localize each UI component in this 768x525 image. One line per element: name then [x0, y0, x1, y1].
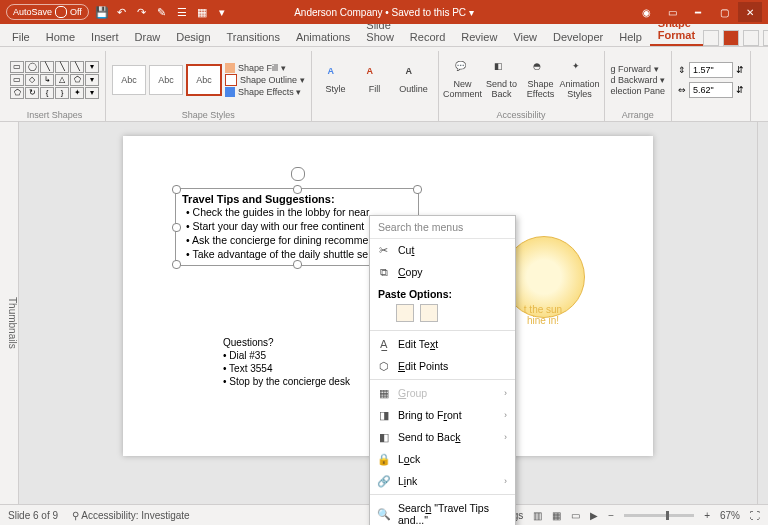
maximize-button[interactable]: ▢: [712, 2, 736, 22]
ctx-link[interactable]: 🔗Link›: [370, 470, 515, 492]
brush-icon[interactable]: ✎: [155, 5, 169, 19]
ctx-search-travel[interactable]: 🔍Search "Travel Tips and...": [370, 497, 515, 525]
tab-review[interactable]: Review: [453, 28, 505, 46]
send-back-icon: ◧: [377, 431, 390, 444]
sun-text-1: t the sun: [524, 304, 562, 315]
paste-option-1[interactable]: [396, 304, 414, 322]
present-icon[interactable]: ▦: [195, 5, 209, 19]
effects-icon: ◓: [533, 61, 549, 77]
close-button[interactable]: ✕: [738, 2, 762, 22]
tab-record[interactable]: Record: [402, 28, 453, 46]
tab-file[interactable]: File: [4, 28, 38, 46]
shape-effects-button[interactable]: Shape Effects ▾: [225, 87, 305, 97]
animation-styles-button[interactable]: ✦Animation Styles: [562, 61, 598, 99]
tab-view[interactable]: View: [505, 28, 545, 46]
resize-handle[interactable]: [172, 223, 181, 232]
shapes-gallery[interactable]: ▭◯╲╲╲▾ ▭◇↳△⬠▾ ⬠↻{}✦▾: [10, 61, 99, 99]
selection-pane-button[interactable]: election Pane: [611, 86, 666, 96]
save-icon[interactable]: 💾: [95, 5, 109, 19]
copy-icon: ⧉: [377, 266, 390, 279]
paste-option-2[interactable]: [420, 304, 438, 322]
sorter-view-icon[interactable]: ▦: [552, 510, 561, 521]
zoom-in-button[interactable]: +: [704, 510, 710, 521]
reading-view-icon[interactable]: ▭: [571, 510, 580, 521]
style-preset-1[interactable]: Abc: [112, 65, 146, 95]
list-item: • Dial #35: [223, 349, 350, 362]
fit-window-icon[interactable]: ⛶: [750, 510, 760, 521]
wordart-outline-button[interactable]: AOutline: [396, 66, 432, 94]
tab-developer[interactable]: Developer: [545, 28, 611, 46]
slide-counter[interactable]: Slide 6 of 9: [8, 510, 58, 521]
shape-outline-button[interactable]: Shape Outline ▾: [225, 74, 305, 86]
shape-fill-button[interactable]: Shape Fill ▾: [225, 63, 305, 73]
ctx-edit-points[interactable]: ⬡Edit Points: [370, 355, 515, 377]
title-bar: AutoSave Off 💾 ↶ ↷ ✎ ☰ ▦ ▾ Anderson Comp…: [0, 0, 768, 24]
autosave-label: AutoSave: [13, 7, 52, 17]
shape-effects-ver-button[interactable]: ◓Shape Effects: [523, 61, 559, 99]
group-insert-shapes: Insert Shapes: [27, 109, 83, 121]
touch-icon[interactable]: ☰: [175, 5, 189, 19]
tab-help[interactable]: Help: [611, 28, 650, 46]
resize-handle[interactable]: [172, 260, 181, 269]
minimize-button[interactable]: ━: [686, 2, 710, 22]
resize-handle[interactable]: [293, 260, 302, 269]
undo-icon[interactable]: ↶: [115, 5, 129, 19]
autosave-toggle[interactable]: AutoSave Off: [6, 4, 89, 20]
window-title: Anderson Company • Saved to this PC ▾: [294, 7, 474, 18]
zoom-out-button[interactable]: −: [608, 510, 614, 521]
record-pane-icon[interactable]: [723, 30, 739, 46]
edit-text-icon: A̲: [377, 338, 390, 351]
normal-view-icon[interactable]: ▥: [533, 510, 542, 521]
zoom-thumb[interactable]: [666, 511, 669, 520]
outline-swatch-icon: [225, 74, 237, 86]
ctx-bring-front[interactable]: ◨Bring to Front›: [370, 404, 515, 426]
wordart-style-button[interactable]: AStyle: [318, 66, 354, 94]
style-preset-3[interactable]: Abc: [186, 64, 222, 96]
resize-handle[interactable]: [413, 185, 422, 194]
pane-collapse-bar[interactable]: [757, 122, 768, 504]
comments-pane-icon[interactable]: [703, 30, 719, 46]
edit-points-icon: ⬡: [377, 360, 390, 373]
link-icon: 🔗: [377, 475, 390, 488]
rotate-handle[interactable]: [291, 167, 305, 181]
thumbnails-pane[interactable]: Thumbnails: [0, 122, 19, 504]
send-back-icon: ◧: [494, 61, 510, 77]
ctx-cut[interactable]: ✂Cut: [370, 239, 515, 261]
list-item: • Text 3554: [223, 362, 350, 375]
share-button[interactable]: [743, 30, 759, 46]
tab-draw[interactable]: Draw: [127, 28, 169, 46]
accessibility-status[interactable]: ⚲ Accessibility: Investigate: [72, 510, 190, 521]
tab-animations[interactable]: Animations: [288, 28, 358, 46]
lock-icon: 🔒: [377, 453, 390, 466]
new-comment-button[interactable]: 💬New Comment: [445, 61, 481, 99]
collapse-ribbon-icon[interactable]: [763, 30, 768, 46]
send-backward-button[interactable]: d Backward ▾: [611, 75, 666, 85]
redo-icon[interactable]: ↷: [135, 5, 149, 19]
zoom-slider[interactable]: [624, 514, 694, 517]
menu-search-input[interactable]: Search the menus: [370, 216, 515, 239]
tab-design[interactable]: Design: [168, 28, 218, 46]
style-preset-2[interactable]: Abc: [149, 65, 183, 95]
send-to-back-button[interactable]: ◧Send to Back: [484, 61, 520, 99]
tab-insert[interactable]: Insert: [83, 28, 127, 46]
ctx-send-back[interactable]: ◧Send to Back›: [370, 426, 515, 448]
ctx-lock[interactable]: 🔒Lock: [370, 448, 515, 470]
spinner-icon[interactable]: ⇵: [736, 65, 744, 75]
ctx-copy[interactable]: ⧉Copy: [370, 261, 515, 283]
wordart-fill-button[interactable]: AFill: [357, 66, 393, 94]
height-input[interactable]: 1.57": [689, 62, 733, 78]
slideshow-view-icon[interactable]: ▶: [590, 510, 598, 521]
spinner-icon[interactable]: ⇵: [736, 85, 744, 95]
resize-handle[interactable]: [293, 185, 302, 194]
tab-transitions[interactable]: Transitions: [219, 28, 288, 46]
bring-forward-button[interactable]: g Forward ▾: [611, 64, 666, 74]
account-icon[interactable]: ◉: [634, 2, 658, 22]
ctx-paste-options: [370, 302, 515, 328]
width-input[interactable]: 5.62": [689, 82, 733, 98]
zoom-level[interactable]: 67%: [720, 510, 740, 521]
resize-handle[interactable]: [172, 185, 181, 194]
qat-more-icon[interactable]: ▾: [215, 5, 229, 19]
ctx-edit-text[interactable]: A̲Edit Text: [370, 333, 515, 355]
ribbon-opts-icon[interactable]: ▭: [660, 2, 684, 22]
tab-home[interactable]: Home: [38, 28, 83, 46]
